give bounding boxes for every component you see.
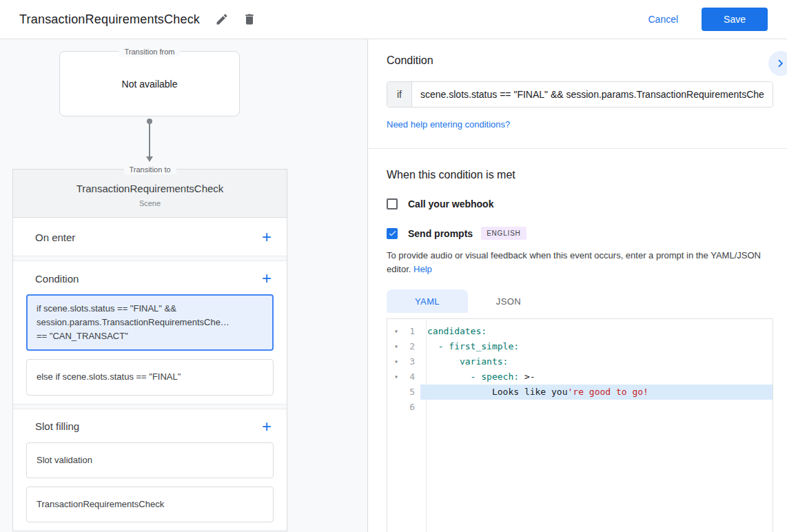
scene-editor-app: TransactionRequirementsCheck Cancel Save…: [0, 0, 787, 532]
content-split: Transition from Not available Transition…: [0, 39, 787, 532]
fold-arrow-icon[interactable]: ▾: [387, 339, 405, 354]
trash-icon: [243, 12, 256, 26]
code-token: - speech:: [427, 371, 519, 382]
slot-item[interactable]: Slot validation: [26, 442, 274, 478]
transition-to-label: Transition to: [123, 165, 176, 174]
arrow-dot-icon: [147, 119, 152, 124]
editor-line-active[interactable]: 5 Looks like you're good to go!: [387, 385, 773, 400]
code-token: >-: [519, 371, 535, 382]
conditions-help-link[interactable]: Need help entering conditions?: [387, 119, 510, 130]
plus-icon: +: [262, 227, 272, 246]
transition-from-box: Transition from Not available: [59, 51, 240, 116]
fold-arrow-icon[interactable]: ▾: [387, 354, 405, 369]
checkmark-icon: [388, 229, 397, 238]
save-button[interactable]: Save: [702, 8, 768, 31]
section-divider: [13, 404, 287, 409]
webhook-label: Call your webhook: [408, 198, 493, 209]
code-token: candidates:: [427, 326, 487, 336]
tab-yaml[interactable]: YAML: [387, 289, 468, 313]
webhook-row[interactable]: Call your webhook: [387, 198, 773, 209]
slot-filling-title: Slot filling: [35, 420, 79, 432]
when-condition-met-heading: When this condition is met: [387, 169, 773, 181]
code-token: 're good to go!: [568, 387, 648, 397]
send-prompts-checkbox[interactable]: [387, 228, 398, 239]
editor-tabs: YAML JSON: [387, 289, 773, 313]
condition-item-selected[interactable]: if scene.slots.status == "FINAL" && sess…: [26, 294, 274, 351]
webhook-checkbox[interactable]: [387, 198, 398, 209]
condition-item[interactable]: else if scene.slots.status == "FINAL": [26, 359, 274, 395]
pencil-icon: [215, 12, 229, 26]
arrow-line: [149, 124, 150, 156]
condition-editor-panel: Condition if Need help entering conditio…: [368, 39, 787, 532]
chevron-right-icon: [773, 56, 787, 71]
editor-line[interactable]: ▾ 4 - speech: >-: [387, 369, 773, 385]
add-condition-button[interactable]: +: [258, 272, 276, 285]
scene-graph-panel: Transition from Not available Transition…: [0, 39, 368, 532]
editor-line[interactable]: ▾ 2 - first_simple:: [387, 339, 773, 354]
page-title: TransactionRequirementsCheck: [19, 12, 200, 27]
condition-expression-row: if: [387, 81, 773, 108]
line-number: 1: [405, 324, 420, 339]
condition-heading: Condition: [387, 54, 773, 67]
send-prompts-label: Send prompts: [408, 228, 473, 239]
editor-line[interactable]: ▾ 1 candidates:: [387, 324, 773, 339]
line-number: 4: [405, 369, 420, 385]
prompt-description: To provide audio or visual feedback when…: [387, 249, 773, 276]
transition-from-label: Transition from: [119, 47, 181, 57]
on-enter-section: On enter +: [13, 218, 287, 256]
plus-icon: +: [262, 417, 272, 436]
fold-spacer: [387, 385, 405, 400]
line-number: 6: [405, 400, 420, 415]
line-number: 3: [405, 354, 420, 369]
delete-scene-button[interactable]: [238, 8, 260, 30]
fold-arrow-icon[interactable]: ▾: [387, 369, 405, 385]
top-bar: TransactionRequirementsCheck Cancel Save: [0, 0, 787, 39]
editor-line[interactable]: 6: [387, 400, 773, 415]
scene-card-header[interactable]: TransactionRequirementsCheck Scene: [13, 170, 287, 218]
slot-filling-section: Slot filling + Slot validation Transacti…: [13, 409, 287, 522]
code-token: - first_simple:: [427, 341, 519, 351]
transition-arrow: [145, 119, 154, 162]
fold-arrow-icon[interactable]: ▾: [387, 324, 405, 339]
language-badge: ENGLISH: [481, 227, 527, 240]
editor-line[interactable]: ▾ 3 variants:: [387, 354, 773, 369]
fold-spacer: [387, 400, 405, 415]
line-number: 5: [405, 385, 420, 400]
add-slot-button[interactable]: +: [258, 420, 276, 433]
cancel-button[interactable]: Cancel: [644, 13, 682, 25]
if-prefix-label: if: [387, 82, 412, 107]
condition-section: Condition + if scene.slots.status == "FI…: [13, 261, 287, 396]
on-enter-title: On enter: [35, 232, 75, 243]
transition-to-card: Transition to TransactionRequirementsChe…: [12, 169, 287, 531]
line-number: 2: [405, 339, 420, 354]
transition-from-value: Not available: [122, 79, 178, 90]
code-token: Looks like you: [427, 387, 568, 397]
plus-icon: +: [262, 269, 272, 287]
collapse-panel-button[interactable]: [768, 51, 787, 76]
scene-card-title: TransactionRequirementsCheck: [20, 183, 280, 194]
yaml-editor[interactable]: ▾ 1 candidates: ▾ 2 - first_simple: ▾ 3 …: [387, 318, 773, 532]
condition-section-title: Condition: [35, 273, 79, 285]
scene-card-subtitle: Scene: [20, 199, 280, 207]
add-on-enter-button[interactable]: +: [258, 230, 276, 244]
condition-input[interactable]: [412, 82, 773, 107]
tab-json[interactable]: JSON: [468, 289, 549, 313]
edit-title-button[interactable]: [211, 8, 233, 30]
section-divider: [13, 256, 287, 261]
slot-item[interactable]: TransactionRequirementsCheck: [26, 487, 274, 522]
arrow-head-icon: [146, 156, 153, 162]
code-token: variants:: [427, 356, 508, 367]
send-prompts-row[interactable]: Send prompts ENGLISH: [387, 227, 773, 240]
panel-divider: [368, 148, 787, 149]
help-link[interactable]: Help: [413, 264, 432, 274]
prompt-description-text: To provide audio or visual feedback when…: [387, 250, 761, 274]
